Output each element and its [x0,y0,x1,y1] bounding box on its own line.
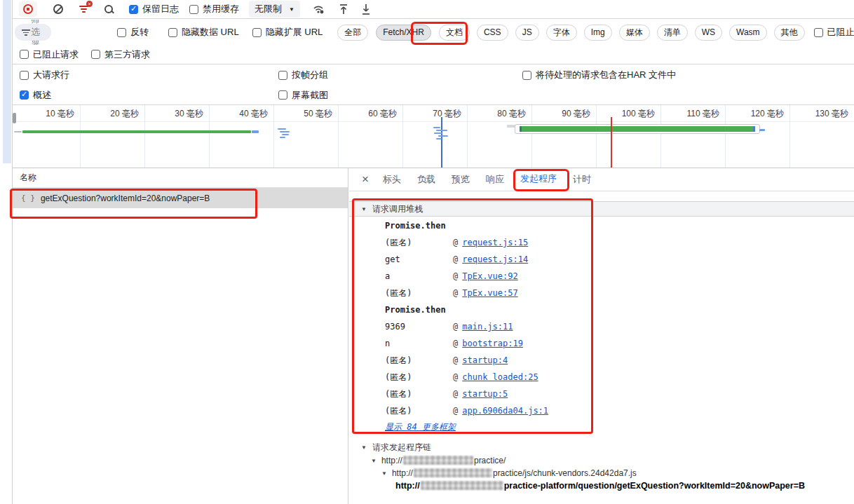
initiator-chain-header[interactable]: ▼ 请求发起程序链 [349,440,854,454]
stack-location-link[interactable]: startup:5 [462,389,508,399]
blocked-cookies-label: 已阻止的响应 Cookie [827,26,854,39]
ruler-label: 40 毫秒 [217,108,268,120]
gridline [273,105,274,168]
initiator-chain-item[interactable]: ▼ http://practice/js/chunk-vendors.24d42… [349,467,854,479]
stack-frame: get@request.js:14 [349,251,854,268]
disable-cache-checkbox[interactable]: 禁用缓存 [189,3,239,15]
request-row-selected[interactable]: { } getExQuestion?workItemId=20&nowPaper… [13,188,348,208]
request-details-panel: × 标头 负载 预览 响应 发起程序 计时 ▼ 请求调用堆栈 Promise.t… [349,168,854,504]
clear-button[interactable] [53,4,63,14]
at-symbol: @ [453,406,458,416]
blocked-requests-checkbox[interactable]: 已阻止请求 [20,48,79,61]
export-har-button[interactable] [361,4,371,15]
gridline [144,105,145,168]
ruler-separator [13,121,854,122]
request-tick [280,137,285,138]
at-symbol: @ [453,322,458,332]
at-symbol: @ [453,238,458,247]
third-party-checkbox[interactable]: 第三方请求 [91,48,150,61]
blocked-cookies-checkbox[interactable]: 已阻止的响应 Cookie [814,26,854,39]
request-bar-green-2 [520,126,755,132]
name-column-header[interactable]: 名称 [13,168,348,188]
tab-payload[interactable]: 负载 [417,168,435,191]
initiator-chain-item[interactable]: ▼ http://practice/ [349,454,854,467]
filter-type-css[interactable]: CSS [477,25,508,41]
filter-type-doc[interactable]: 文档 [439,25,470,41]
at-symbol: @ [453,288,458,298]
stack-location-link[interactable]: main.js:11 [462,322,513,332]
record-button[interactable] [19,1,37,17]
stack-frame: a@TpEx.vue:92 [349,268,854,285]
import-har-button[interactable] [339,4,348,15]
chevron-down-icon: ▼ [289,6,294,13]
request-tick [434,132,442,134]
filter-input[interactable]: 筛选器 [15,24,51,41]
network-overview-timeline[interactable]: 10 毫秒 20 毫秒 30 毫秒 40 毫秒 50 毫秒 60 毫秒 70 毫… [13,105,854,168]
stack-location-link[interactable]: request.js:15 [462,238,528,247]
call-stack-section-header[interactable]: ▼ 请求调用堆栈 [349,201,854,217]
stack-location-link[interactable]: chunk loaded:25 [462,372,538,382]
tab-headers[interactable]: 标头 [383,168,401,191]
ruler-label: 90 毫秒 [540,108,590,120]
filter-toggle-button[interactable]: × [79,4,90,14]
request-bar-gray [14,131,22,132]
filter-type-other[interactable]: 其他 [774,25,805,41]
preserve-log-checkbox[interactable]: 保留日志 [129,3,179,15]
big-request-rows-checkbox[interactable]: 大请求行 [20,69,69,81]
filter-type-fetch-xhr[interactable]: Fetch/XHR [376,25,431,41]
overview-checkbox[interactable]: 概述 [20,89,51,102]
tab-response[interactable]: 响应 [486,168,504,191]
filter-type-all[interactable]: 全部 [337,25,368,41]
frame-fn: a [385,271,453,281]
hide-data-url-checkbox[interactable]: 隐藏数据 URL [168,26,239,39]
request-name: getExQuestion?workItemId=20&nowPaper=B [41,193,210,203]
filter-type-js[interactable]: JS [515,25,539,41]
request-filter-options: 已阻止请求 第三方请求 [13,45,854,64]
overview-drag-handle[interactable] [13,113,16,123]
details-tab-bar: × 标头 负载 预览 响应 发起程序 计时 [349,168,854,191]
dom-content-loaded-line [441,117,442,168]
stack-frame: (匿名)@startup:4 [349,352,854,369]
initiator-chain-title: 请求发起程序链 [372,442,431,454]
har-include-pending-checkbox[interactable]: 将待处理的请求包含在HAR 文件中 [522,69,676,81]
stack-location-link[interactable]: TpEx.vue:57 [462,288,517,298]
display-options-row1: 大请求行 按帧分组 将待处理的请求包含在HAR 文件中 [13,64,854,86]
invert-label: 反转 [130,26,149,39]
wifi-gear-icon [313,4,325,15]
ruler-label: 70 毫秒 [411,108,461,120]
tab-initiator[interactable]: 发起程序 [520,168,557,191]
stack-location-link[interactable]: TpEx.vue:92 [462,271,517,281]
filter-type-ws[interactable]: WS [695,25,722,41]
frame-fn: Promise.then [385,221,453,231]
call-stack-title: 请求调用堆栈 [372,203,423,215]
request-tick [436,130,447,131]
search-button[interactable] [104,4,114,15]
tab-preview[interactable]: 预览 [452,168,470,191]
checkbox-unchecked-icon [522,71,531,80]
filter-type-media[interactable]: 媒体 [619,25,650,41]
filter-type-manifest[interactable]: 清单 [657,25,688,41]
tab-timing[interactable]: 计时 [573,168,591,191]
request-bar-blue-end [252,130,259,133]
stack-location-link[interactable]: app.6906da04.js:1 [462,406,548,416]
close-icon[interactable]: × [358,172,373,186]
filter-type-img[interactable]: Img [584,25,612,41]
screenshots-checkbox[interactable]: 屏幕截图 [278,89,328,102]
throttling-select[interactable]: 无限制 ▼ [249,1,300,18]
request-bar-green-1 [22,130,251,133]
invert-checkbox[interactable]: 反转 [117,26,149,39]
stack-frame: (匿名)@app.6906da04.js:1 [349,402,854,419]
ruler-label: 60 毫秒 [346,108,397,120]
stack-location-link[interactable]: request.js:14 [462,254,528,264]
filter-type-wasm[interactable]: Wasm [729,25,767,41]
network-conditions-button[interactable] [313,4,325,15]
show-more-frames-link[interactable]: 显示 84 更多框架 [385,421,456,433]
initiator-chain-item-current[interactable]: http://practice-platform/question/getExQ… [349,479,854,492]
initiator-url: http://practice/js/chunk-vendors.24d42da… [392,468,637,478]
group-by-frame-checkbox[interactable]: 按帧分组 [278,69,328,81]
checkbox-unchecked-icon [117,28,126,37]
filter-type-font[interactable]: 字体 [546,25,577,41]
stack-location-link[interactable]: startup:4 [462,355,508,365]
hide-extension-url-checkbox[interactable]: 隐藏扩展 URL [252,26,323,39]
stack-location-link[interactable]: bootstrap:19 [462,339,523,348]
